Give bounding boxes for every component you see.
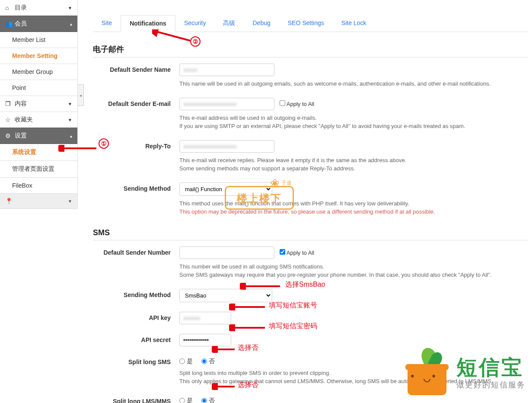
section-sms-heading: SMS <box>93 228 528 240</box>
input-sender-email[interactable] <box>179 98 274 110</box>
select-sms-method[interactable]: SmsBao <box>179 289 272 302</box>
tab-debug[interactable]: Debug <box>244 15 279 32</box>
sidebar-item-member-setting[interactable]: Member Setting <box>0 48 77 64</box>
label-split-lms: Split long LMS/MMS <box>93 395 179 403</box>
label-email-method: Sending Method <box>93 182 179 216</box>
main-content: Site Notifications Security 高级 Debug SEO… <box>93 0 532 403</box>
radio-split-lms-no[interactable]: 否 <box>201 397 215 403</box>
input-sender-number[interactable] <box>179 246 274 259</box>
label-sender-email: Default Sender E-mail <box>93 98 179 131</box>
checkbox-email-apply-all[interactable]: Apply to All <box>280 101 314 107</box>
row-split-lms: Split long LMS/MMS 是 否 Split very long t… <box>93 395 528 403</box>
sidebar-member[interactable]: 👥会员▴ <box>0 16 77 32</box>
radio-split-lms-yes[interactable]: 是 <box>179 397 193 403</box>
label-split-sms: Split long SMS <box>93 356 179 386</box>
radio-split-sms-no[interactable]: 否 <box>201 358 215 365</box>
users-icon: 👥 <box>5 20 11 27</box>
row-api-secret: API secret <box>93 334 528 346</box>
help-split-sms: Split long texts into multiple SMS in or… <box>179 369 528 386</box>
input-sender-name[interactable] <box>179 64 274 76</box>
chevron-down-icon: ▼ <box>68 199 72 204</box>
copy-icon: ❐ <box>5 100 11 107</box>
star-icon: ☆ <box>5 116 11 123</box>
help-email-method: This method uses the mail() function tha… <box>179 199 528 216</box>
sidebar-location[interactable]: 📍▼ <box>0 193 77 209</box>
label-api-key: API key <box>93 312 179 324</box>
tab-security[interactable]: Security <box>175 15 215 32</box>
sidebar-item-member-list[interactable]: Member List <box>0 32 77 48</box>
input-api-secret[interactable] <box>179 334 231 346</box>
sidebar: ⌂目录▼ 👥会员▴ Member List Member Setting Mem… <box>0 0 78 209</box>
input-reply-to[interactable] <box>179 140 274 153</box>
label-api-secret: API secret <box>93 334 179 346</box>
input-api-key[interactable] <box>179 312 231 324</box>
tab-seo-settings[interactable]: SEO Settings <box>279 15 333 32</box>
row-email-method: Sending Method mail() Function This meth… <box>93 182 528 216</box>
help-sender-email: This e-mail address will be used in all … <box>179 114 528 131</box>
chevron-down-icon: ▼ <box>68 102 72 106</box>
sidebar-item-filebox[interactable]: FileBox <box>0 178 77 194</box>
sidebar-directory[interactable]: ⌂目录▼ <box>0 0 77 16</box>
chevron-down-icon: ▼ <box>68 6 72 10</box>
tabs: Site Notifications Security 高级 Debug SEO… <box>93 15 528 32</box>
row-sender-email: Default Sender E-mail Apply to All This … <box>93 98 528 131</box>
sidebar-item-admin-page-settings[interactable]: 管理者页面设置 <box>0 161 77 178</box>
row-split-sms: Split long SMS 是 否 Split long texts into… <box>93 356 528 386</box>
row-sms-method: Sending Method SmsBao <box>93 289 528 302</box>
sidebar-settings[interactable]: ⚙设置▴ <box>0 128 77 144</box>
gear-icon: ⚙ <box>5 132 11 139</box>
label-sms-method: Sending Method <box>93 289 179 302</box>
tab-notifications[interactable]: Notifications <box>121 15 175 32</box>
sidebar-content[interactable]: ❐内容▼ <box>0 96 77 112</box>
tab-site[interactable]: Site <box>93 15 121 32</box>
checkbox-sms-apply-all[interactable]: Apply to All <box>280 249 314 256</box>
chevron-down-icon: ▼ <box>68 118 72 122</box>
radio-split-sms-yes[interactable]: 是 <box>179 358 193 365</box>
pin-icon: 📍 <box>5 198 11 205</box>
help-sender-number: This number will be used in all outgoing… <box>179 262 528 279</box>
help-sender-name: This name will be used in all outgoing e… <box>179 80 528 88</box>
row-api-key: API key <box>93 312 528 324</box>
section-email-heading: 电子邮件 <box>93 44 528 58</box>
row-sender-name: Default Sender Name This name will be us… <box>93 64 528 88</box>
sidebar-favorite[interactable]: ☆收藏夹▼ <box>0 112 77 128</box>
row-sender-number: Default Sender Number Apply to All This … <box>93 246 528 279</box>
sidebar-item-member-group[interactable]: Member Group <box>0 64 77 80</box>
select-email-method[interactable]: mail() Function <box>179 182 272 196</box>
home-icon: ⌂ <box>5 4 11 11</box>
row-reply-to: Reply-To This e-mail will receive replie… <box>93 140 528 173</box>
tab-advanced[interactable]: 高级 <box>214 15 244 32</box>
tab-site-lock[interactable]: Site Lock <box>333 15 375 32</box>
sidebar-item-system-settings[interactable]: 系统设置 <box>0 144 77 161</box>
sidebar-item-point[interactable]: Point <box>0 80 77 96</box>
chevron-up-icon: ▴ <box>70 22 72 26</box>
sidebar-collapse-handle[interactable]: ◂ <box>78 84 84 106</box>
label-sender-name: Default Sender Name <box>93 64 179 88</box>
help-reply-to: This e-mail will receive replies. Please… <box>179 156 528 173</box>
chevron-up-icon: ▴ <box>70 134 72 138</box>
label-sender-number: Default Sender Number <box>93 246 179 279</box>
label-reply-to: Reply-To <box>93 140 179 173</box>
